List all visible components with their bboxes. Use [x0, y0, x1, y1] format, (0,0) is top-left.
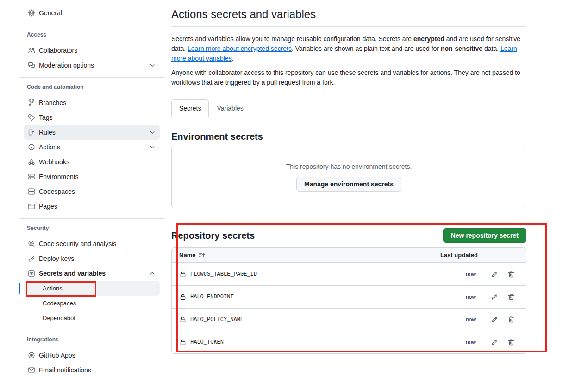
- sidebar-item-label: Pages: [39, 203, 57, 210]
- secret-last-updated: now: [466, 339, 476, 346]
- browser-icon: [28, 203, 35, 210]
- sidebar-item-codespaces[interactable]: Codespaces: [24, 184, 160, 199]
- comment-discussion-icon: [28, 62, 35, 69]
- sidebar-item-label: Codespaces: [39, 188, 75, 195]
- delete-secret-button[interactable]: [507, 339, 515, 346]
- sidebar-item-label: Branches: [39, 99, 66, 106]
- table-header-row: Name Last updated: [172, 248, 526, 263]
- secret-name: HALO_ENDPOINT: [190, 294, 234, 300]
- sidebar-item-pages[interactable]: Pages: [24, 199, 160, 214]
- people-icon: [28, 47, 35, 54]
- secret-row-flowus_table_page_id: FLOWUS_TABLE_PAGE_IDnow: [172, 263, 526, 285]
- sidebar-item-label: Email notifications: [39, 366, 91, 374]
- sidebar-divider: [19, 330, 165, 330]
- tab-variables[interactable]: Variables: [209, 99, 251, 117]
- sidebar-item-label: Dependabot: [43, 315, 75, 321]
- sidebar-item-label: Moderation options: [39, 62, 94, 69]
- sidebar-item-collaborators[interactable]: Collaborators: [24, 43, 160, 58]
- secret-row-halo_token: HALO_TOKENnow: [172, 331, 526, 353]
- last-updated-column-header: Last updated: [440, 252, 478, 259]
- webhook-icon: [28, 158, 35, 166]
- sidebar-item-label: General: [39, 9, 62, 17]
- sidebar-section-label: Access: [19, 30, 165, 39]
- sidebar-item-label: Codespaces: [43, 300, 76, 307]
- secret-row-halo_endpoint: HALO_ENDPOINTnow: [172, 285, 526, 308]
- sidebar-item-codespaces[interactable]: Codespaces: [24, 296, 160, 310]
- edit-secret-button[interactable]: [491, 293, 498, 301]
- sidebar-item-general[interactable]: General: [24, 6, 160, 20]
- sidebar-item-label: Actions: [43, 285, 63, 292]
- name-column-header[interactable]: Name: [179, 252, 195, 259]
- intro-text-segment: data.: [482, 45, 500, 52]
- bold-text: encrypted: [413, 35, 444, 43]
- manage-environment-secrets-button[interactable]: Manage environment secrets: [296, 177, 401, 192]
- git-branch-icon: [28, 99, 35, 106]
- delete-secret-button[interactable]: [507, 271, 515, 278]
- intro-text: Secrets and variables allow you to manag…: [171, 34, 526, 87]
- pencil-icon: [491, 316, 498, 323]
- intro-text-segment: . Variables are shown as plain text and …: [292, 45, 441, 52]
- bold-text: non-sensitive: [441, 45, 482, 52]
- pencil-icon: [491, 271, 498, 278]
- sidebar-item-label: Tags: [39, 114, 53, 121]
- sidebar-item-secrets-and-variables[interactable]: Secrets and variables: [24, 266, 160, 281]
- sidebar-section-label: Integrations: [19, 335, 165, 344]
- delete-secret-button[interactable]: [507, 293, 515, 301]
- edit-secret-button[interactable]: [491, 316, 498, 323]
- chevron-down-icon: [149, 62, 156, 69]
- sidebar-item-actions[interactable]: Actions: [24, 281, 160, 296]
- sidebar-item-rules[interactable]: Rules: [24, 125, 160, 140]
- gear-icon: [28, 9, 35, 17]
- tab-secrets[interactable]: Secrets: [171, 99, 209, 117]
- sidebar-item-code-security-and-analysis[interactable]: Code security and analysis: [24, 236, 160, 251]
- sidebar-item-label: Actions: [39, 143, 60, 151]
- key-icon: [28, 255, 35, 262]
- new-repository-secret-button[interactable]: New repository secret: [443, 228, 526, 243]
- sidebar-item-label: Rules: [39, 129, 56, 136]
- sidebar-item-tags[interactable]: Tags: [24, 110, 160, 125]
- sidebar-item-github-apps[interactable]: GitHub Apps: [24, 348, 160, 363]
- sidebar-item-email-notifications[interactable]: Email notifications: [24, 363, 160, 377]
- sidebar-item-label: Code security and analysis: [39, 240, 116, 247]
- sidebar-divider: [19, 77, 165, 78]
- chevron-down-icon: [149, 129, 156, 136]
- secrets-variables-tabs: SecretsVariables: [171, 99, 526, 117]
- sidebar-item-environments[interactable]: Environments: [24, 169, 160, 184]
- sidebar-item-actions[interactable]: Actions: [24, 140, 160, 155]
- environment-empty-text: This repository has no environment secre…: [172, 163, 526, 170]
- codescan-icon: [28, 240, 35, 247]
- lock-icon: [179, 271, 187, 278]
- trash-icon: [507, 271, 515, 278]
- log-icon: [28, 129, 35, 136]
- intro-paragraph-1: Secrets and variables allow you to manag…: [171, 34, 526, 63]
- learn-more-link[interactable]: Learn more about encrypted secrets: [188, 45, 292, 52]
- sidebar-item-webhooks[interactable]: Webhooks: [24, 155, 160, 169]
- title-divider: [171, 26, 526, 27]
- sidebar-item-label: GitHub Apps: [39, 352, 75, 359]
- sidebar-item-label: Secrets and variables: [39, 270, 106, 277]
- edit-secret-button[interactable]: [491, 271, 498, 278]
- trash-icon: [507, 339, 515, 346]
- tag-icon: [28, 114, 35, 121]
- sidebar-item-deploy-keys[interactable]: Deploy keys: [24, 251, 160, 266]
- trash-icon: [507, 293, 515, 301]
- sidebar-item-moderation-options[interactable]: Moderation options: [24, 58, 160, 73]
- secret-last-updated: now: [466, 294, 476, 300]
- edit-secret-button[interactable]: [491, 339, 498, 346]
- secret-name: FLOWUS_TABLE_PAGE_ID: [190, 271, 257, 278]
- sidebar-item-label: Webhooks: [39, 158, 69, 166]
- sidebar-item-label: Collaborators: [39, 47, 77, 54]
- environment-secrets-box: This repository has no environment secre…: [171, 147, 526, 208]
- repository-secrets-header: Repository secrets New repository secret: [171, 228, 526, 243]
- lock-icon: [179, 339, 187, 346]
- settings-main: Actions secrets and variables Secrets an…: [171, 0, 526, 354]
- delete-secret-button[interactable]: [507, 316, 515, 323]
- sidebar-item-branches[interactable]: Branches: [24, 95, 160, 110]
- secret-name: HALO_TOKEN: [190, 339, 224, 346]
- chevron-down-icon: [149, 143, 156, 151]
- server-icon: [28, 173, 35, 180]
- sidebar-divider: [19, 25, 165, 25]
- sidebar-item-dependabot[interactable]: Dependabot: [24, 310, 160, 325]
- pencil-icon: [491, 339, 498, 346]
- secret-last-updated: now: [466, 316, 476, 323]
